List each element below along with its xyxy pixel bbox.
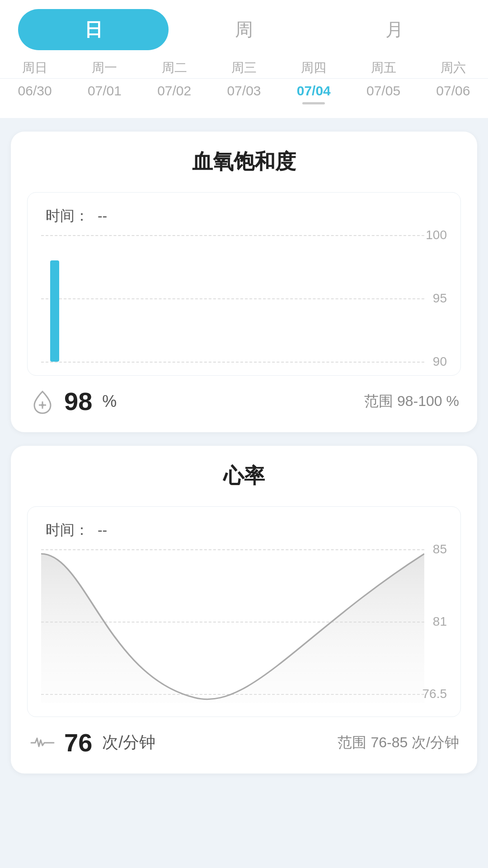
tab-month[interactable]: 月 xyxy=(319,9,470,50)
heartrate-chart: 85 81 76.5 xyxy=(41,549,447,703)
heartrate-range: 范围 76-85 次/分钟 xyxy=(338,733,459,753)
spo2-chart: 100 95 90 xyxy=(41,235,447,362)
heartrate-card: 心率 时间： -- 85 81 76.5 xyxy=(11,446,477,774)
tab-week[interactable]: 周 xyxy=(169,9,319,50)
date-0630[interactable]: 06/30 xyxy=(0,83,70,109)
weekday-wed: 周三 xyxy=(209,59,279,76)
heartrate-unit: 次/分钟 xyxy=(102,731,155,754)
weekday-fri: 周五 xyxy=(348,59,418,76)
spo2-time-label: 时间： -- xyxy=(41,206,447,226)
weekday-row: 周日 周一 周二 周三 周四 周五 周六 xyxy=(0,55,488,79)
spo2-label-90: 90 xyxy=(433,354,447,369)
date-0701[interactable]: 07/01 xyxy=(70,83,139,109)
spo2-gridline-100 xyxy=(41,235,424,236)
spo2-label-95: 95 xyxy=(433,291,447,306)
heartrate-chart-area: 时间： -- 85 81 76.5 xyxy=(27,506,461,717)
heartrate-value: 76 xyxy=(64,728,92,757)
date-0702[interactable]: 07/02 xyxy=(140,83,209,109)
date-row: 06/30 07/01 07/02 07/03 07/04 07/05 07/0… xyxy=(0,79,488,118)
weekday-mon: 周一 xyxy=(70,59,139,76)
svg-point-2 xyxy=(41,404,44,406)
date-0703[interactable]: 07/03 xyxy=(209,83,279,109)
weekday-thu: 周四 xyxy=(279,59,348,76)
spo2-gridline-95 xyxy=(41,298,424,299)
spo2-chart-area: 时间： -- 100 95 90 xyxy=(27,192,461,376)
blood-drop-icon xyxy=(29,388,56,415)
tab-day[interactable]: 日 xyxy=(18,9,169,50)
spo2-bar xyxy=(50,260,59,362)
heartrate-title: 心率 xyxy=(27,462,461,490)
spo2-gridline-90 xyxy=(41,362,424,363)
heartrate-time-label: 时间： -- xyxy=(41,520,447,540)
weekday-sat: 周六 xyxy=(418,59,488,76)
spo2-title: 血氧饱和度 xyxy=(27,148,461,176)
date-0704[interactable]: 07/04 xyxy=(279,83,348,109)
hr-label-765: 76.5 xyxy=(422,687,447,701)
tab-bar: 日 周 月 xyxy=(0,0,488,55)
heartrate-stats-left: 76 次/分钟 xyxy=(29,728,155,757)
spo2-value: 98 xyxy=(64,387,92,416)
hr-svg-curve xyxy=(41,549,424,703)
hr-label-85: 85 xyxy=(433,542,447,557)
heart-rate-icon xyxy=(29,729,56,756)
spo2-label-100: 100 xyxy=(426,228,447,242)
spo2-range: 范围 98-100 % xyxy=(364,392,459,411)
heartrate-stats-row: 76 次/分钟 范围 76-85 次/分钟 xyxy=(27,728,461,757)
spo2-stats-left: 98 % xyxy=(29,387,117,416)
weekday-tue: 周二 xyxy=(140,59,209,76)
date-0705[interactable]: 07/05 xyxy=(348,83,418,109)
date-0706[interactable]: 07/06 xyxy=(418,83,488,109)
weekday-sun: 周日 xyxy=(0,59,70,76)
spo2-stats-row: 98 % 范围 98-100 % xyxy=(27,387,461,416)
spo2-card: 血氧饱和度 时间： -- 100 95 90 xyxy=(11,132,477,432)
spo2-unit: % xyxy=(102,392,117,411)
hr-label-81: 81 xyxy=(433,614,447,629)
